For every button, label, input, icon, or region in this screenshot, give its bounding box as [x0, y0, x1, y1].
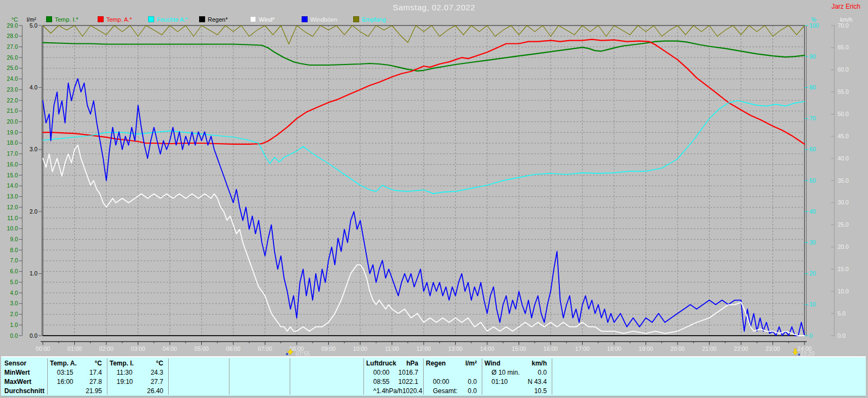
- svg-text:l/m²: l/m²: [27, 16, 36, 23]
- axis-temp-left: 0.01.02.03.04.05.06.07.08.09.010.011.012…: [7, 16, 22, 339]
- table-cell-value: 27.8: [90, 377, 102, 387]
- table-cell-time: 00:00: [433, 377, 449, 387]
- svg-text:30.0: 30.0: [838, 199, 849, 206]
- weather-station-window: { "header": { "title": "Samstag, 02.07.2…: [0, 0, 868, 398]
- svg-text:5.0: 5.0: [838, 310, 846, 317]
- table-cell-value: N 43.4: [528, 377, 547, 387]
- table-cell-value: 1022.1: [398, 377, 418, 387]
- svg-text:01:00: 01:00: [67, 345, 81, 352]
- table-cell-time: 19:10: [117, 377, 133, 387]
- sun-icon: [286, 353, 288, 355]
- table-cell-value: 0.0: [468, 387, 477, 396]
- svg-text:13.0: 13.0: [7, 193, 18, 200]
- table-row-label: Durchschnitt: [1, 387, 47, 396]
- svg-text:70.0: 70.0: [838, 22, 849, 29]
- svg-text:05:00: 05:00: [194, 345, 208, 352]
- summary-table: SensorMinWertMaxWertDurchschnittTemp. A.…: [1, 356, 866, 396]
- table-column-empty-4: [290, 359, 363, 396]
- table-column-luftdruck: LuftdruckhPa00:001016.708:551022.1^1.4hP…: [363, 359, 423, 396]
- svg-text:07:00: 07:00: [258, 345, 272, 352]
- svg-text:8.0: 8.0: [10, 247, 18, 253]
- svg-text:5.0: 5.0: [29, 22, 37, 29]
- svg-text:50.0: 50.0: [838, 111, 849, 117]
- svg-text:90: 90: [809, 53, 816, 60]
- table-column-unit: l/m²: [465, 359, 477, 368]
- time-marker: 07:55: [286, 349, 310, 357]
- svg-text:70: 70: [809, 115, 816, 121]
- svg-text:20: 20: [809, 270, 816, 277]
- svg-text:16.0: 16.0: [7, 161, 18, 168]
- svg-text:04:00: 04:00: [163, 345, 177, 352]
- axis-humidity-right: 0102030405060708090100%: [805, 16, 819, 339]
- svg-text:24.0: 24.0: [7, 75, 18, 82]
- table-column-regen: Regenl/m²00:000.0Gesamt:0.0: [423, 359, 482, 396]
- svg-text:12:00: 12:00: [417, 345, 431, 352]
- svg-text:80: 80: [809, 84, 816, 91]
- svg-text:3.0: 3.0: [29, 146, 37, 152]
- svg-text:50: 50: [809, 177, 816, 184]
- table-cell-value: 21.95: [86, 387, 102, 396]
- table-cell-time: Ø 10 min.: [492, 368, 520, 377]
- svg-text:km/h: km/h: [840, 16, 853, 23]
- svg-text:60: 60: [809, 146, 816, 152]
- table-column-unit: hPa: [406, 359, 418, 368]
- svg-text:09:00: 09:00: [321, 345, 335, 352]
- svg-text:2.0: 2.0: [10, 311, 18, 317]
- table-cell-time: ^1.4hPa/h: [373, 387, 403, 396]
- svg-text:19:00: 19:00: [639, 345, 653, 352]
- svg-text:20.0: 20.0: [838, 243, 849, 250]
- svg-text:13:00: 13:00: [448, 345, 462, 352]
- table-column-header: Luftdruck: [366, 359, 396, 368]
- svg-text:0.0: 0.0: [29, 332, 37, 339]
- svg-text:30: 30: [809, 239, 816, 246]
- x-axis: 00:0001:0002:0003:0004:0005:0006:0007:00…: [36, 342, 812, 352]
- table-column-header: Temp. I.: [110, 359, 133, 368]
- svg-text:23:00: 23:00: [765, 345, 780, 352]
- table-column-header: Regen: [426, 359, 446, 368]
- table-column-unit: °C: [156, 359, 163, 368]
- svg-text:0: 0: [809, 332, 813, 339]
- svg-text:29.0: 29.0: [7, 22, 18, 29]
- svg-text:14.0: 14.0: [7, 182, 18, 189]
- svg-text:15.0: 15.0: [838, 266, 849, 272]
- svg-text:11:00: 11:00: [385, 345, 399, 352]
- svg-text:100: 100: [809, 22, 819, 29]
- table-column-wind: Windkm/hØ 10 min.0.001:10N 43.410.5: [482, 359, 552, 396]
- table-cell-value: 10.5: [534, 387, 547, 396]
- svg-text:12.0: 12.0: [7, 204, 18, 210]
- svg-text:06:00: 06:00: [226, 345, 240, 352]
- svg-text:03:00: 03:00: [131, 345, 145, 352]
- axis-rain-left: 0.01.02.03.04.05.0l/m²: [27, 16, 42, 339]
- svg-text:2.0: 2.0: [29, 208, 37, 215]
- svg-text:16:00: 16:00: [544, 345, 558, 352]
- table-cell-value: 0.0: [468, 377, 477, 387]
- table-cell-value: 1020.4: [403, 387, 423, 396]
- svg-text:4.0: 4.0: [10, 290, 18, 296]
- svg-text:22:00: 22:00: [734, 345, 748, 352]
- table-column-empty-2: [168, 359, 229, 396]
- table-column-unit: °C: [95, 359, 102, 368]
- table-cell-time: 16:00: [57, 377, 73, 387]
- svg-text:10.0: 10.0: [838, 288, 849, 294]
- svg-text:1.0: 1.0: [29, 270, 37, 277]
- svg-text:25.0: 25.0: [7, 65, 18, 71]
- table-column-empty-3: [229, 359, 290, 396]
- svg-text:4.0: 4.0: [29, 84, 37, 91]
- svg-text:00:00: 00:00: [36, 345, 50, 352]
- svg-text:15.0: 15.0: [7, 172, 18, 178]
- table-column-temp-i: Temp. I.°C11:3024.319:1027.726.40: [107, 359, 168, 396]
- svg-text:10.0: 10.0: [7, 225, 18, 232]
- svg-text:10:00: 10:00: [353, 345, 367, 352]
- svg-text:19.0: 19.0: [7, 129, 18, 136]
- svg-text:26.0: 26.0: [7, 54, 18, 61]
- table-column-unit: km/h: [532, 359, 547, 368]
- weather-chart: 0.01.02.03.04.05.06.07.08.09.010.011.012…: [0, 0, 868, 358]
- table-column-header: Wind: [484, 359, 500, 368]
- table-row-label: MinWert: [1, 368, 47, 377]
- svg-text:02:00: 02:00: [99, 345, 113, 352]
- svg-text:60.0: 60.0: [838, 66, 849, 73]
- time-marker: 23:20: [793, 349, 814, 357]
- svg-text:0.0: 0.0: [10, 332, 18, 339]
- table-row-labels: SensorMinWertMaxWertDurchschnitt: [1, 359, 47, 396]
- svg-text:55.0: 55.0: [838, 88, 849, 95]
